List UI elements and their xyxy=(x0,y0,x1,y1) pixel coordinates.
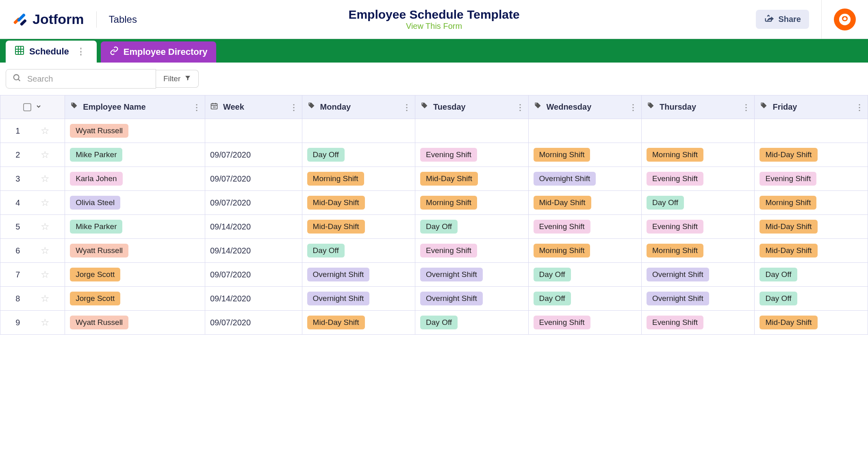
table-row[interactable]: 1☆Wyatt Russell xyxy=(0,119,868,143)
cell-fri[interactable]: Day Off xyxy=(755,287,868,311)
cell-thu[interactable]: Day Off xyxy=(642,191,755,215)
cell-thu[interactable]: Evening Shift xyxy=(642,311,755,335)
cell-fri[interactable] xyxy=(755,119,868,143)
cell-employee-name[interactable]: Jorge Scott xyxy=(65,263,205,287)
cell-employee-name[interactable]: Wyatt Russell xyxy=(65,119,205,143)
cell-tue[interactable]: Overnight Shift xyxy=(415,287,528,311)
cell-wed[interactable] xyxy=(528,119,641,143)
cell-fri[interactable]: Evening Shift xyxy=(755,167,868,191)
header-week[interactable]: 10 Week ⋮ xyxy=(205,95,302,119)
cell-thu[interactable]: Evening Shift xyxy=(642,167,755,191)
star-icon[interactable]: ☆ xyxy=(41,317,50,328)
star-icon[interactable]: ☆ xyxy=(41,221,50,232)
cell-fri[interactable]: Morning Shift xyxy=(755,191,868,215)
table-row[interactable]: 4☆Olivia Steel09/07/2020Mid-Day ShiftMor… xyxy=(0,191,868,215)
cell-thu[interactable]: Overnight Shift xyxy=(642,263,755,287)
cell-thu[interactable]: Morning Shift xyxy=(642,239,755,263)
cell-wed[interactable]: Morning Shift xyxy=(528,143,641,167)
table-row[interactable]: 9☆Wyatt Russell09/07/2020Mid-Day ShiftDa… xyxy=(0,311,868,335)
table-row[interactable]: 5☆Mike Parker09/14/2020Mid-Day ShiftDay … xyxy=(0,215,868,239)
tab-employee-directory[interactable]: Employee Directory xyxy=(101,41,217,63)
star-icon[interactable]: ☆ xyxy=(41,245,50,256)
cell-week[interactable]: 09/14/2020 xyxy=(205,215,302,239)
cell-tue[interactable]: Overnight Shift xyxy=(415,263,528,287)
cell-thu[interactable]: Overnight Shift xyxy=(642,287,755,311)
brand-logo[interactable]: Jotform xyxy=(12,11,84,28)
table-row[interactable]: 6☆Wyatt Russell09/14/2020Day OffEvening … xyxy=(0,239,868,263)
cell-fri[interactable]: Mid-Day Shift xyxy=(755,239,868,263)
share-button[interactable]: Share xyxy=(756,10,809,29)
star-icon[interactable]: ☆ xyxy=(41,149,50,160)
star-icon[interactable]: ☆ xyxy=(41,293,50,304)
cell-tue[interactable]: Evening Shift xyxy=(415,143,528,167)
cell-mon[interactable]: Overnight Shift xyxy=(302,287,415,311)
cell-tue[interactable]: Morning Shift xyxy=(415,191,528,215)
cell-mon[interactable]: Overnight Shift xyxy=(302,263,415,287)
cell-week[interactable]: 09/07/2020 xyxy=(205,191,302,215)
cell-fri[interactable]: Mid-Day Shift xyxy=(755,215,868,239)
cell-mon[interactable]: Mid-Day Shift xyxy=(302,215,415,239)
cell-fri[interactable]: Mid-Day Shift xyxy=(755,311,868,335)
header-thursday[interactable]: Thursday ⋮ xyxy=(642,95,755,119)
tab-schedule[interactable]: Schedule ⋮ xyxy=(6,41,97,63)
cell-wed[interactable]: Evening Shift xyxy=(528,215,641,239)
cell-wed[interactable]: Mid-Day Shift xyxy=(528,191,641,215)
section-label[interactable]: Tables xyxy=(109,14,137,25)
cell-tue[interactable] xyxy=(415,119,528,143)
cell-fri[interactable]: Day Off xyxy=(755,263,868,287)
table-row[interactable]: 3☆Karla Johen09/07/2020Morning ShiftMid-… xyxy=(0,167,868,191)
cell-week[interactable]: 09/07/2020 xyxy=(205,263,302,287)
cell-tue[interactable]: Evening Shift xyxy=(415,239,528,263)
cell-wed[interactable]: Evening Shift xyxy=(528,311,641,335)
column-more-icon[interactable]: ⋮ xyxy=(516,102,524,112)
star-icon[interactable]: ☆ xyxy=(41,125,50,136)
header-tuesday[interactable]: Tuesday ⋮ xyxy=(415,95,528,119)
cell-thu[interactable] xyxy=(642,119,755,143)
cell-wed[interactable]: Morning Shift xyxy=(528,239,641,263)
cell-mon[interactable]: Day Off xyxy=(302,239,415,263)
cell-week[interactable]: 09/14/2020 xyxy=(205,287,302,311)
column-more-icon[interactable]: ⋮ xyxy=(629,102,637,112)
cell-tue[interactable]: Day Off xyxy=(415,311,528,335)
header-employee-name[interactable]: Employee Name ⋮ xyxy=(65,95,205,119)
cell-employee-name[interactable]: Wyatt Russell xyxy=(65,311,205,335)
table-row[interactable]: 2☆Mike Parker09/07/2020Day OffEvening Sh… xyxy=(0,143,868,167)
column-more-icon[interactable]: ⋮ xyxy=(403,102,411,112)
cell-employee-name[interactable]: Karla Johen xyxy=(65,167,205,191)
star-icon[interactable]: ☆ xyxy=(41,197,50,208)
star-icon[interactable]: ☆ xyxy=(41,269,50,280)
cell-thu[interactable]: Morning Shift xyxy=(642,143,755,167)
search-wrap[interactable] xyxy=(6,69,156,89)
column-more-icon[interactable]: ⋮ xyxy=(193,102,201,112)
select-all-checkbox[interactable] xyxy=(23,103,31,111)
table-row[interactable]: 7☆Jorge Scott09/07/2020Overnight ShiftOv… xyxy=(0,263,868,287)
cell-mon[interactable]: Morning Shift xyxy=(302,167,415,191)
cell-mon[interactable] xyxy=(302,119,415,143)
cell-week[interactable]: 09/07/2020 xyxy=(205,143,302,167)
cell-wed[interactable]: Overnight Shift xyxy=(528,167,641,191)
cell-wed[interactable]: Day Off xyxy=(528,287,641,311)
tab-more-icon[interactable]: ⋮ xyxy=(74,46,88,57)
filter-button[interactable]: Filter xyxy=(156,70,199,88)
cell-employee-name[interactable]: Mike Parker xyxy=(65,143,205,167)
cell-fri[interactable]: Mid-Day Shift xyxy=(755,143,868,167)
cell-tue[interactable]: Day Off xyxy=(415,215,528,239)
column-more-icon[interactable]: ⋮ xyxy=(290,102,298,112)
cell-week[interactable]: 09/07/2020 xyxy=(205,167,302,191)
search-input[interactable] xyxy=(27,74,149,84)
cell-week[interactable]: 09/14/2020 xyxy=(205,239,302,263)
chevron-down-icon[interactable] xyxy=(35,102,42,112)
cell-tue[interactable]: Mid-Day Shift xyxy=(415,167,528,191)
cell-employee-name[interactable]: Olivia Steel xyxy=(65,191,205,215)
cell-week[interactable] xyxy=(205,119,302,143)
header-monday[interactable]: Monday ⋮ xyxy=(302,95,415,119)
view-form-link[interactable]: View This Form xyxy=(348,22,519,31)
table-row[interactable]: 8☆Jorge Scott09/14/2020Overnight ShiftOv… xyxy=(0,287,868,311)
cell-employee-name[interactable]: Wyatt Russell xyxy=(65,239,205,263)
cell-employee-name[interactable]: Jorge Scott xyxy=(65,287,205,311)
cell-wed[interactable]: Day Off xyxy=(528,263,641,287)
column-more-icon[interactable]: ⋮ xyxy=(742,102,750,112)
cell-employee-name[interactable]: Mike Parker xyxy=(65,215,205,239)
star-icon[interactable]: ☆ xyxy=(41,173,50,184)
cell-mon[interactable]: Day Off xyxy=(302,143,415,167)
